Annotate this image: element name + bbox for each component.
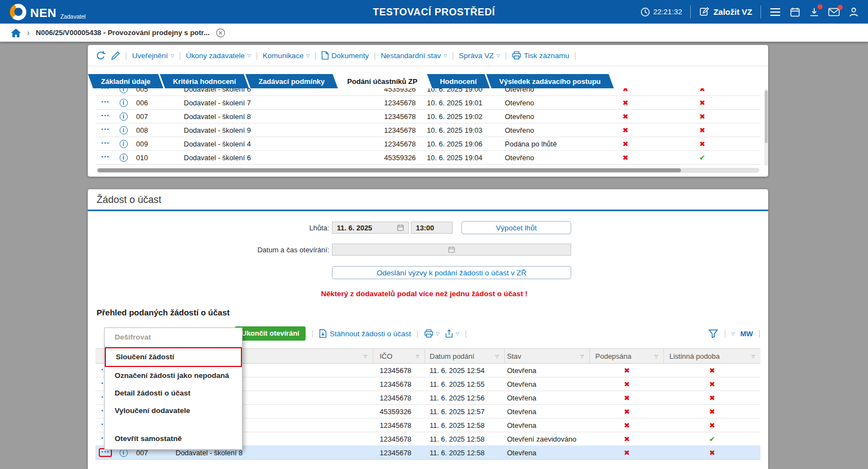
table-row[interactable]: 006 Dodavatel - školení 7 12345678 10. 6…	[95, 96, 760, 110]
menu-item-detail-zadosti[interactable]: Detail žádosti o účast	[105, 385, 242, 402]
send-invitation-button[interactable]: Odeslání výzvy k podání žádosti o účast …	[332, 266, 571, 279]
submission-date: 10. 6. 2025 19:03	[422, 126, 505, 134]
tab[interactable]: Zadávací podmínky	[248, 74, 335, 88]
user-icon[interactable]	[848, 7, 859, 18]
column-header-status[interactable]: Stav▽	[505, 348, 590, 364]
tab[interactable]: Základní údaje	[91, 74, 161, 88]
chevron-down-icon: ▽	[497, 53, 500, 58]
paper-mark: ✔	[709, 435, 715, 443]
submission-date: 10. 6. 2025 19:04	[422, 154, 505, 162]
chevron-down-icon[interactable]: ▽	[731, 331, 735, 336]
environment-title: TESTOVACÍ PROSTŘEDÍ	[373, 6, 495, 18]
compose-icon	[699, 7, 709, 17]
menu-icon[interactable]	[769, 7, 781, 17]
tab[interactable]: Hodnocení	[430, 74, 487, 88]
toolbar-item-sprava-vz[interactable]: Správa VZ▽	[459, 52, 500, 60]
menu-item-oznaceni-nepodana[interactable]: Označení žádosti jako nepodaná	[105, 367, 242, 385]
info-icon[interactable]	[120, 154, 128, 162]
separator: |	[465, 329, 467, 338]
row-menu-icon[interactable]	[99, 139, 112, 148]
calc-deadlines-button[interactable]: Výpočet lhůt	[461, 221, 571, 234]
create-vz-button[interactable]: Založit VZ	[699, 7, 752, 17]
tab[interactable]: Kritéria hodnocení	[162, 74, 246, 88]
table-row[interactable]: 009 Dodavatel - školení 4 12345678 10. 6…	[95, 137, 760, 151]
toolbar-item-ukony-zadavatele[interactable]: Úkony zadavatele▽	[186, 52, 251, 60]
sort-icon[interactable]: ▽	[364, 354, 367, 359]
table-row[interactable]: 005 Dodavatel - školení 6 45359326 10. 6…	[95, 88, 760, 96]
row-menu-icon[interactable]	[99, 88, 112, 93]
breadcrumb-item[interactable]: N006/25/V00005438 - Provozování prodejny…	[36, 29, 209, 37]
toolbar-item-tisk-zaznamu[interactable]: Tisk záznamu	[512, 51, 570, 60]
row-menu-icon[interactable]	[99, 153, 112, 162]
view-selector[interactable]: MW	[740, 330, 753, 338]
table-row[interactable]: 007 Dodavatel - školení 8 12345678 10. 6…	[95, 110, 760, 123]
row-status: Otevřena	[505, 421, 590, 430]
home-icon[interactable]	[11, 29, 21, 37]
sort-icon[interactable]: ▽	[580, 354, 584, 359]
column-header-date[interactable]: Datum podání▽	[425, 348, 505, 364]
printer-icon	[424, 329, 433, 338]
paper-mark: ✖	[709, 421, 715, 430]
deadline-date-input[interactable]: 11. 6. 2025	[332, 222, 409, 234]
top-bar: NEN Zadavatel TESTOVACÍ PROSTŘEDÍ 22:21:…	[0, 0, 868, 24]
supplier-ico: 12345678	[379, 99, 422, 107]
column-header-ico[interactable]: IČO▽	[373, 348, 425, 364]
info-icon[interactable]	[120, 112, 128, 121]
chevron-down-icon: ▽	[456, 331, 459, 336]
filter-icon[interactable]	[708, 329, 718, 338]
menu-item-vylouceni-dodavatele[interactable]: Vyloučení dodavatele	[105, 402, 242, 420]
chevron-down-icon: ▽	[306, 53, 309, 58]
row-status: Otevření zaevidováno	[505, 435, 590, 443]
history-icon[interactable]	[95, 50, 106, 61]
table-row[interactable]: 010 Dodavatel - školení 6 45359326 10. 6…	[95, 151, 760, 165]
info-icon[interactable]	[120, 88, 128, 93]
row-status: Otevřeno	[505, 112, 587, 121]
horizontal-scrollbar[interactable]	[97, 168, 759, 173]
sort-icon[interactable]: ▽	[752, 354, 755, 359]
print-button[interactable]: ▽	[424, 329, 439, 338]
deadline-time-input[interactable]: 13:00	[411, 222, 453, 234]
sort-icon[interactable]: ▽	[655, 354, 658, 359]
download-requests-link[interactable]: Stáhnout žádosti o účast	[319, 329, 411, 338]
nen-logo[interactable]: NEN Zadavatel	[10, 4, 86, 20]
export-icon	[445, 329, 453, 338]
supplier-ico: 45359326	[379, 88, 422, 93]
info-icon[interactable]	[120, 99, 128, 107]
row-status: Otevřeno	[505, 88, 587, 93]
info-icon[interactable]	[120, 126, 128, 134]
column-header-signed[interactable]: Podepsána▽	[590, 348, 664, 364]
downloads-icon[interactable]	[809, 7, 820, 18]
row-menu-icon[interactable]	[99, 112, 112, 121]
sort-icon[interactable]: ▽	[495, 354, 499, 359]
separator: |	[374, 51, 376, 60]
paper-mark: ✖	[700, 88, 706, 93]
toolbar-item-nestandardni-stav[interactable]: Nestandardní stav▽	[381, 52, 447, 60]
finish-opening-button[interactable]: Ukončit otevírání	[235, 326, 306, 341]
row-status: Otevřena	[505, 366, 590, 375]
tab[interactable]: Výsledek zadávacího postupu	[489, 74, 611, 88]
row-number: 010	[132, 154, 170, 162]
calendar-icon[interactable]	[790, 7, 801, 18]
messages-icon[interactable]	[828, 7, 840, 17]
section-title: Žádost o účast	[97, 194, 161, 206]
vertical-scrollbar[interactable]	[764, 89, 768, 166]
paper-mark: ✔	[700, 154, 706, 162]
signed-mark: ✖	[624, 366, 630, 375]
menu-item-slouceni-zadosti[interactable]: Sloučení žádostí	[105, 347, 242, 367]
export-button[interactable]: ▽	[445, 329, 459, 338]
row-menu-icon[interactable]	[99, 126, 112, 134]
column-header-paper[interactable]: Listinná podoba▽	[664, 348, 760, 364]
info-icon[interactable]	[120, 140, 128, 148]
toolbar-item-dokumenty[interactable]: Dokumenty	[322, 51, 369, 60]
sort-icon[interactable]: ▽	[416, 354, 419, 359]
tab[interactable]: Podání účastníků ZP	[337, 74, 428, 88]
edit-icon[interactable]	[111, 51, 120, 60]
close-tab-icon[interactable]	[216, 28, 226, 38]
toolbar-item-komunikace[interactable]: Komunikace▽	[263, 52, 309, 60]
table-row[interactable]: 008 Dodavatel - školení 9 12345678 10. 6…	[95, 123, 760, 137]
menu-item-otevrit-samostatne[interactable]: Otevřít samostatně	[105, 428, 242, 449]
deadline-label: Lhůta:	[88, 224, 329, 232]
opening-datetime-input[interactable]	[332, 244, 571, 256]
toolbar-item-uverejneni[interactable]: Uveřejnění▽	[132, 52, 174, 60]
row-menu-icon[interactable]	[99, 98, 112, 107]
